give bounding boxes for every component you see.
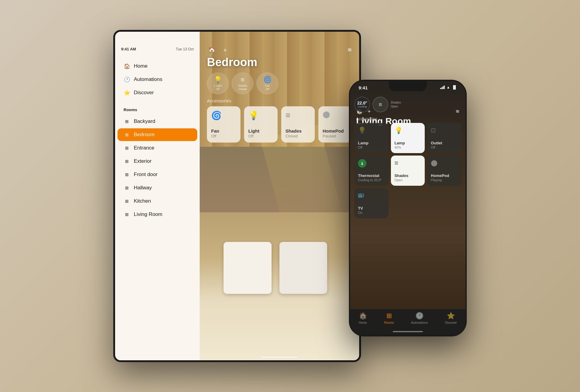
sidebar-item-discover[interactable]: ⭐ Discover bbox=[118, 86, 197, 99]
ipad-topbar: 🏠 ＋ ≋ Bedroom 💡 1 Light Off bbox=[200, 32, 359, 94]
sidebar-item-home[interactable]: 🏠 Home bbox=[118, 60, 197, 72]
iphone-accessories-grid: 💡 Lamp Off 💡 Lamp 40% bbox=[350, 123, 466, 218]
room-icon-front-door: ⊞ bbox=[124, 171, 130, 178]
accessories-label: Accessories bbox=[207, 98, 352, 103]
homepod-icon: ⬤ bbox=[323, 111, 348, 118]
accessories-section: Accessories 🌀 Fan Off 💡 Lig bbox=[207, 98, 352, 143]
light-status: Off bbox=[248, 134, 273, 138]
fan-status: Off bbox=[211, 134, 236, 138]
shades-name: Shades bbox=[285, 128, 311, 134]
iphone-homepod-status: Playing bbox=[431, 178, 458, 182]
iphone-lamp-off-status: Off bbox=[358, 146, 385, 149]
sidebar-label-living-room: Living Room bbox=[134, 211, 163, 217]
tab-automations[interactable]: 🕐 Automations bbox=[411, 312, 428, 324]
iphone-homepod-card[interactable]: ⬤ HomePod Playing bbox=[427, 156, 461, 186]
iphone-outlet-card[interactable]: ⊡ Outlet Off bbox=[427, 123, 461, 153]
tab-automations-icon: 🕐 bbox=[415, 312, 424, 320]
bedroom-title: Bedroom bbox=[207, 56, 352, 69]
fan-summary-text: Fan Off bbox=[265, 84, 270, 91]
sidebar-item-hallway[interactable]: ⊞ Hallway bbox=[118, 182, 197, 194]
light-icon: 💡 bbox=[248, 111, 273, 120]
automations-icon: 🕐 bbox=[124, 76, 130, 83]
iphone-outlet-icon: ⊡ bbox=[431, 127, 458, 134]
tab-automations-label: Automations bbox=[411, 321, 428, 324]
ipad-device: 9:41 AM Tue 13 Oct 🏠 Home 🕐 Automations … bbox=[113, 30, 361, 362]
topbar-plus-icon[interactable]: ＋ bbox=[220, 45, 230, 55]
iphone-home-indicator bbox=[393, 331, 423, 332]
room-icon-bedroom: ⊞ bbox=[124, 131, 130, 138]
sidebar-item-front-door[interactable]: ⊞ Front door bbox=[118, 168, 197, 181]
sidebar-item-kitchen[interactable]: ⊞ Kitchen bbox=[118, 195, 197, 207]
sidebar-label-automations: Automations bbox=[134, 76, 163, 82]
tab-rooms-icon: ⊞ bbox=[386, 312, 392, 320]
sidebar-label-exterior: Exterior bbox=[134, 158, 152, 164]
home-icon: 🏠 bbox=[124, 63, 130, 69]
accessory-fan[interactable]: 🌀 Fan Off bbox=[207, 106, 240, 143]
homepod-name: HomePod bbox=[323, 128, 348, 134]
tab-discover-label: Discover bbox=[445, 321, 457, 324]
ipad-main: 🏠 ＋ ≋ Bedroom 💡 1 Light Off bbox=[200, 32, 359, 360]
shades-icon: ≡ bbox=[285, 111, 311, 120]
iphone-thermostat-name: Thermostat bbox=[358, 173, 385, 178]
sidebar-label-discover: Discover bbox=[134, 90, 154, 96]
shades-pill-labels: Shades Open bbox=[391, 97, 401, 112]
ipad-sidebar: 9:41 AM Tue 13 Oct 🏠 Home 🕐 Automations … bbox=[115, 32, 200, 360]
iphone-screen: 9:41 ▲ ▐▌ 🏠 ＋ ≋ bbox=[350, 81, 466, 335]
iphone-lamp-off-icon: 💡 bbox=[358, 127, 385, 134]
iphone-thermostat-card[interactable]: 🌡 Thermostat Cooling to 20.0° bbox=[354, 156, 388, 186]
tab-rooms[interactable]: ⊞ Rooms bbox=[384, 312, 394, 324]
sidebar-item-entrance[interactable]: ⊞ Entrance bbox=[118, 142, 197, 154]
battery-icon: ▐▌ bbox=[452, 85, 457, 89]
iphone-tv-name: TV bbox=[358, 206, 385, 211]
iphone-tv-card[interactable]: 📺 TV On bbox=[354, 188, 388, 218]
thermostat-label: Cooling bbox=[358, 105, 367, 108]
summary-pills: 💡 1 Light Off ≡ Shades Closed bbox=[207, 72, 352, 94]
fan-icon: 🌀 bbox=[211, 111, 236, 120]
summary-pill-light[interactable]: 💡 1 Light Off bbox=[207, 72, 229, 94]
pillow-right bbox=[279, 242, 327, 294]
iphone-lamp-on-icon: 💡 bbox=[395, 127, 421, 134]
iphone-thermostat-icon: 🌡 bbox=[358, 159, 366, 168]
light-name: Light bbox=[248, 128, 273, 134]
sidebar-item-bedroom[interactable]: ⊞ Bedroom bbox=[118, 128, 197, 141]
accessory-homepod[interactable]: ⬤ HomePod Paused bbox=[318, 106, 352, 143]
sidebar-label-kitchen: Kitchen bbox=[134, 198, 151, 204]
thermostat-temp: 22.0° bbox=[357, 101, 367, 105]
iphone-lamp-on-status: 40% bbox=[395, 146, 421, 149]
accessory-shades[interactable]: ≡ Shades Closed bbox=[281, 106, 315, 143]
sidebar-item-living-room[interactable]: ⊞ Living Room bbox=[118, 208, 197, 221]
ipad-time: 9:41 AM bbox=[121, 47, 136, 51]
iphone-tv-status: On bbox=[358, 211, 385, 215]
shades-summary-icon: ≡ bbox=[241, 76, 245, 84]
iphone-shades-pill[interactable]: ≡ bbox=[372, 97, 388, 112]
tab-discover[interactable]: ⭐ Discover bbox=[445, 312, 457, 324]
tab-home[interactable]: 🏠 Home bbox=[359, 312, 367, 324]
accessories-grid: 🌀 Fan Off 💡 Light Off bbox=[207, 106, 352, 143]
sidebar-label-bedroom: Bedroom bbox=[134, 132, 155, 138]
iphone-shades-card[interactable]: ≡ Shades Open bbox=[391, 156, 425, 186]
iphone-outlet-name: Outlet bbox=[431, 141, 458, 146]
light-summary-icon: 💡 bbox=[214, 76, 222, 84]
summary-pill-fan[interactable]: 🌀 Fan Off bbox=[256, 72, 278, 94]
room-icon-kitchen: ⊞ bbox=[124, 198, 130, 204]
fan-name: Fan bbox=[211, 128, 236, 134]
iphone-lamp-on-card[interactable]: 💡 Lamp 40% bbox=[391, 123, 425, 153]
shades-status: Closed bbox=[285, 134, 311, 138]
tab-rooms-label: Rooms bbox=[384, 321, 394, 324]
iphone-lamp-off-card[interactable]: 💡 Lamp Off bbox=[354, 123, 388, 153]
sidebar-item-automations[interactable]: 🕐 Automations bbox=[118, 73, 197, 86]
topbar-icons: 🏠 ＋ ≋ bbox=[207, 45, 352, 55]
topbar-wave-icon[interactable]: ≋ bbox=[347, 47, 352, 53]
room-icon-entrance: ⊞ bbox=[124, 145, 130, 151]
sidebar-label-front-door: Front door bbox=[134, 172, 157, 178]
sidebar-item-backyard[interactable]: ⊞ Backyard bbox=[118, 115, 197, 128]
iphone-notch bbox=[389, 81, 427, 91]
sidebar-item-exterior[interactable]: ⊞ Exterior bbox=[118, 155, 197, 168]
accessory-light[interactable]: 💡 Light Off bbox=[244, 106, 278, 143]
light-summary-text: 1 Light Off bbox=[214, 84, 222, 91]
topbar-home-icon[interactable]: 🏠 bbox=[207, 45, 217, 55]
summary-pill-shades[interactable]: ≡ Shades Closed bbox=[232, 72, 253, 94]
iphone-thermostat-pill[interactable]: 22.0° Cooling bbox=[354, 97, 370, 112]
iphone-accessories-label: Accessories bbox=[350, 114, 466, 123]
discover-icon: ⭐ bbox=[124, 89, 130, 96]
